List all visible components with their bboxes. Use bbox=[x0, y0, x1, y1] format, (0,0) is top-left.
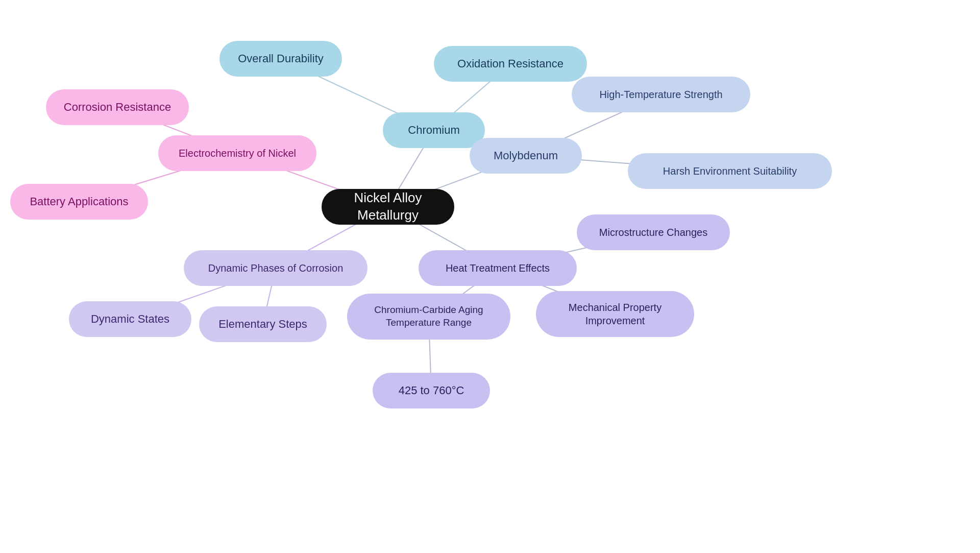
molybdenum-node[interactable]: Molybdenum bbox=[470, 138, 582, 174]
battery-apps-node[interactable]: Battery Applications bbox=[10, 184, 148, 220]
dynamic-phases-node[interactable]: Dynamic Phases of Corrosion bbox=[184, 250, 368, 286]
overall-durability-node[interactable]: Overall Durability bbox=[219, 41, 342, 77]
corrosion-resistance-node[interactable]: Corrosion Resistance bbox=[46, 89, 189, 125]
harsh-env-node[interactable]: Harsh Environment Suitability bbox=[628, 153, 832, 189]
electrochemistry-node[interactable]: Electrochemistry of Nickel bbox=[158, 135, 316, 171]
oxidation-resistance-node[interactable]: Oxidation Resistance bbox=[434, 46, 587, 82]
temp-425-node[interactable]: 425 to 760°C bbox=[373, 373, 490, 408]
chromium-carbide-node[interactable]: Chromium-Carbide Aging Temperature Range bbox=[347, 294, 510, 340]
center-node[interactable]: Nickel Alloy Metallurgy bbox=[322, 189, 454, 225]
dynamic-states-node[interactable]: Dynamic States bbox=[69, 301, 191, 337]
chromium-node[interactable]: Chromium bbox=[383, 112, 485, 148]
microstructure-node[interactable]: Microstructure Changes bbox=[577, 214, 730, 250]
high-temp-strength-node[interactable]: High-Temperature Strength bbox=[572, 77, 750, 112]
mechanical-prop-node[interactable]: Mechanical Property Improvement bbox=[536, 291, 694, 337]
elementary-steps-node[interactable]: Elementary Steps bbox=[199, 306, 327, 342]
heat-treatment-node[interactable]: Heat Treatment Effects bbox=[419, 250, 577, 286]
